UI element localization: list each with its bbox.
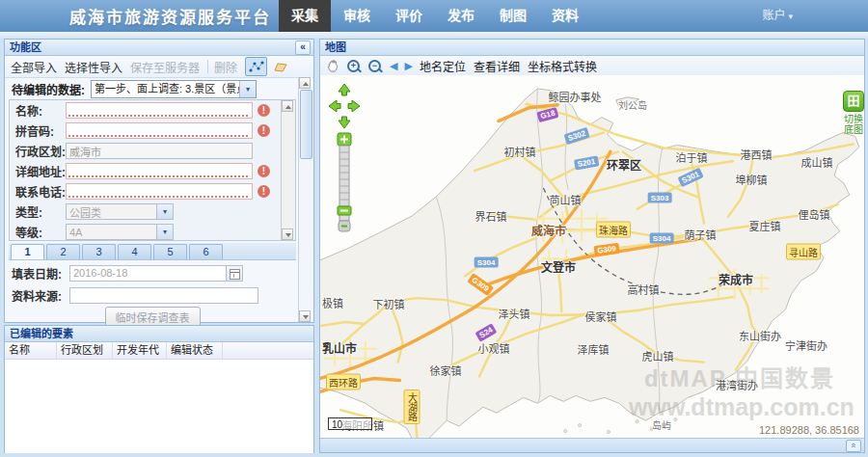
- field-等级[interactable]: ▾: [66, 224, 174, 240]
- edited-elements-panel: 已编辑的要素 名称行政区划开发年代编辑状态: [4, 325, 314, 453]
- toolbar-link-保存至服务器: 保存至服务器: [130, 59, 200, 75]
- form-row: 名称:!: [10, 100, 295, 121]
- map-geography: [320, 75, 864, 439]
- function-toolbar: 全部导入选择性导入保存至服务器删除: [5, 56, 313, 78]
- nav-item-审核[interactable]: 审核: [331, 0, 383, 32]
- basemap-grid-icon[interactable]: 田: [843, 91, 864, 112]
- form-tab-5[interactable]: 5: [153, 244, 187, 259]
- account-menu[interactable]: 账户▾: [762, 0, 793, 33]
- field-label: 等级:: [15, 224, 66, 240]
- invalid-icon: !: [258, 165, 270, 177]
- app-title: 威海市旅游资源服务平台: [69, 4, 271, 28]
- toolbar-link-全部导入[interactable]: 全部导入: [11, 59, 57, 75]
- column-header-编辑状态[interactable]: 编辑状态: [167, 342, 223, 359]
- zoom-in-icon[interactable]: +: [347, 59, 362, 73]
- field-input[interactable]: [67, 184, 252, 199]
- form-tab-4[interactable]: 4: [118, 244, 151, 259]
- chevron-down-icon[interactable]: ▾: [156, 225, 173, 239]
- map-panel-header: 地图: [320, 40, 864, 56]
- form-row: 等级:▾: [10, 222, 295, 241]
- dataset-combobox[interactable]: 第一步、面上调查: 3.景区（景点）调查表 ▾: [91, 80, 257, 98]
- calendar-icon[interactable]: [226, 266, 242, 281]
- fill-date-input[interactable]: [70, 266, 226, 281]
- form-scrollbar[interactable]: [281, 100, 294, 240]
- field-input[interactable]: [67, 225, 156, 239]
- map-link-坐标格式转换[interactable]: 坐标格式转换: [528, 58, 597, 74]
- scroll-down-icon[interactable]: [299, 310, 311, 322]
- field-input[interactable]: [67, 164, 252, 178]
- map-navigation-control[interactable]: [328, 83, 361, 242]
- field-联系电话[interactable]: [66, 183, 253, 200]
- draw-vertex-icon[interactable]: [245, 57, 267, 76]
- chevron-down-icon[interactable]: ▾: [156, 204, 173, 219]
- map-panel-title: 地图: [325, 41, 346, 53]
- toolbar-separator: [207, 60, 208, 73]
- scroll-up-icon[interactable]: [282, 100, 293, 112]
- nav-item-发布[interactable]: 发布: [435, 0, 487, 32]
- field-行政区划[interactable]: [66, 143, 253, 159]
- field-label: 名称:: [15, 102, 66, 119]
- forward-icon[interactable]: ▶: [404, 60, 412, 72]
- form-tab-2[interactable]: 2: [46, 244, 80, 259]
- field-input[interactable]: [67, 204, 156, 219]
- field-input[interactable]: [67, 123, 252, 138]
- back-icon[interactable]: ◀: [390, 60, 397, 72]
- zoom-out-icon[interactable]: −: [368, 59, 383, 73]
- field-拼音码[interactable]: [66, 122, 253, 139]
- form-row: 联系电话:!: [10, 181, 295, 202]
- edited-table-body: [5, 360, 313, 453]
- fill-date-label: 填表日期:: [9, 265, 69, 282]
- field-label: 拼音码:: [15, 122, 66, 139]
- field-label: 类型:: [15, 203, 66, 220]
- form-row: 类型:▾: [10, 202, 295, 222]
- scroll-down-icon[interactable]: [282, 228, 293, 240]
- fill-date-row: 填表日期:: [9, 262, 296, 283]
- field-input[interactable]: [67, 103, 252, 118]
- map-canvas[interactable]: 鲸园办事处刘公岛初村镇环翠区泊于镇港西镇成山镇埠柳镇俚岛镇苘山镇界石镇威海市珠海…: [320, 75, 864, 439]
- dataset-value: 第一步、面上调查: 3.景区（景点）调查表: [92, 81, 239, 97]
- form-row: 详细地址:!: [10, 161, 295, 181]
- field-名称[interactable]: [66, 102, 253, 119]
- field-label: 详细地址:: [15, 163, 66, 179]
- chevron-down-icon[interactable]: ▾: [239, 81, 256, 97]
- form-tab-3[interactable]: 3: [82, 244, 116, 259]
- field-类型[interactable]: ▾: [66, 203, 174, 220]
- nav-item-资料[interactable]: 资料: [539, 0, 591, 32]
- field-input[interactable]: [67, 144, 252, 158]
- source-field[interactable]: [69, 287, 258, 304]
- field-详细地址[interactable]: [66, 163, 253, 179]
- scrollbar-thumb[interactable]: [300, 90, 312, 159]
- collapse-panel-icon[interactable]: «: [295, 40, 311, 55]
- column-header-行政区划[interactable]: 行政区划: [57, 342, 113, 359]
- draw-polygon-icon[interactable]: [269, 57, 291, 76]
- source-row: 资料来源:: [9, 284, 296, 306]
- collapse-strip-icon[interactable]: «: [846, 440, 861, 452]
- fill-date-field[interactable]: [69, 265, 243, 282]
- pan-hand-icon[interactable]: [326, 59, 340, 73]
- switch-basemap-button[interactable]: 田 切换底图: [839, 91, 864, 135]
- navbar-substrip: [0, 32, 868, 39]
- dataset-label: 待编辑的数据:: [12, 81, 85, 97]
- map-bottom-strip: «: [320, 438, 864, 452]
- nav-item-评价[interactable]: 评价: [383, 0, 435, 32]
- form-tab-1[interactable]: 1: [11, 244, 44, 259]
- column-header-名称[interactable]: 名称: [5, 342, 57, 359]
- toolbar-link-选择性导入[interactable]: 选择性导入: [65, 59, 122, 75]
- map-link-地名定位[interactable]: 地名定位: [420, 58, 466, 74]
- nav-item-制图[interactable]: 制图: [487, 0, 539, 32]
- form-tab-6[interactable]: 6: [189, 244, 223, 259]
- nav-item-采集[interactable]: 采集: [279, 0, 331, 32]
- form-row: 行政区划:: [10, 141, 295, 161]
- edited-table-header: 名称行政区划开发年代编辑状态: [5, 342, 313, 360]
- edited-panel-title: 已编辑的要素: [10, 328, 73, 339]
- map-link-查看详细[interactable]: 查看详细: [474, 58, 520, 74]
- top-navbar: 威海市旅游资源服务平台 采集审核评价发布制图资料 账户▾: [0, 0, 868, 32]
- panel-scrollbar[interactable]: [298, 77, 312, 322]
- invalid-icon: !: [258, 185, 270, 198]
- scroll-up-icon[interactable]: [299, 77, 311, 89]
- map-toolbar: + − ◀ ▶ 地名定位查看详细坐标格式转换: [320, 56, 864, 76]
- column-header-开发年代[interactable]: 开发年代: [113, 342, 167, 359]
- account-label: 账户: [762, 9, 785, 22]
- source-input[interactable]: [70, 289, 258, 301]
- cursor-coordinates: 121.89288, 36.85168: [759, 424, 859, 436]
